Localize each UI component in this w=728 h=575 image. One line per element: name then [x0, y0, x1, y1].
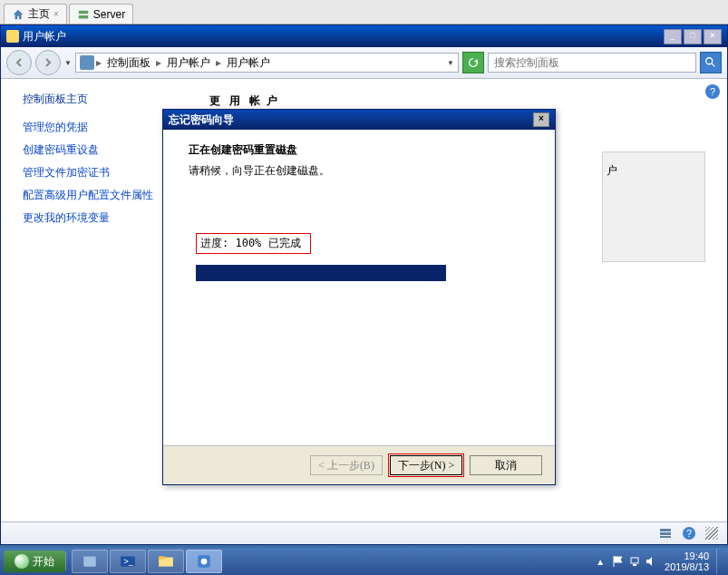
svg-rect-5 [660, 536, 671, 538]
obscured-heading: 更 用 帐 户 [209, 93, 277, 109]
clock[interactable]: 19:40 2019/8/13 [665, 551, 709, 572]
breadcrumb-dropdown[interactable]: ▼ [447, 59, 454, 67]
history-dropdown[interactable]: ▼ [64, 59, 72, 67]
system-tray: ▲ 19:40 2019/8/13 [596, 549, 724, 574]
divider [65, 552, 66, 570]
sidebar-link-env[interactable]: 更改我的环境变量 [23, 210, 168, 226]
progress-label: 进度: 100% 已完成 [196, 233, 311, 254]
separator: ▸ [216, 56, 221, 69]
svg-rect-1 [79, 15, 89, 18]
dialog-heading: 正在创建密码重置磁盘 [189, 142, 537, 158]
dialog-titlebar: 忘记密码向导 × [163, 110, 555, 130]
help-icon[interactable]: ? [705, 84, 720, 99]
sidebar-link-advanced[interactable]: 配置高级用户配置文件属性 [23, 188, 168, 203]
start-label: 开始 [33, 554, 54, 570]
home-icon [12, 8, 24, 21]
titlebar: 用户帐户 _ □ × [1, 25, 727, 47]
breadcrumb-item[interactable]: 控制面板 [103, 55, 154, 71]
volume-icon[interactable] [645, 555, 657, 568]
refresh-button[interactable] [462, 52, 484, 73]
sidebar-link-encryption[interactable]: 管理文件加密证书 [23, 165, 168, 180]
obscured-text: 户 [607, 163, 617, 179]
svg-rect-15 [631, 558, 638, 563]
next-button[interactable]: 下一步(N) > [390, 455, 462, 475]
toolbar: ▼ ▸ 控制面板 ▸ 用户帐户 ▸ 用户帐户 ▼ [1, 47, 727, 79]
taskbar-pinned-server[interactable] [72, 550, 108, 573]
server-icon [77, 8, 90, 21]
forward-button[interactable] [35, 50, 61, 75]
dialog-footer: < 上一步(B) 下一步(N) > 取消 [163, 445, 555, 484]
tray-expand-icon[interactable]: ▲ [596, 557, 605, 567]
window-close-button[interactable]: × [704, 29, 722, 44]
sidebar-link-credentials[interactable]: 管理您的凭据 [23, 120, 168, 135]
date: 2019/8/13 [665, 561, 709, 572]
breadcrumb-item[interactable]: 用户帐户 [223, 55, 274, 71]
minimize-button[interactable]: _ [664, 29, 682, 44]
svg-point-2 [706, 58, 713, 64]
wizard-dialog: 忘记密码向导 × 正在创建密码重置磁盘 请稍候，向导正在创建磁盘。 进度: 10… [162, 109, 556, 485]
taskbar-running-control-panel[interactable] [186, 550, 222, 573]
resize-grip[interactable] [705, 527, 718, 540]
svg-rect-0 [79, 10, 89, 14]
svg-rect-3 [660, 529, 671, 531]
search-button[interactable] [700, 52, 722, 73]
window-title: 用户帐户 [23, 29, 66, 44]
help-button-icon[interactable]: ? [682, 526, 696, 541]
back-button[interactable] [6, 50, 32, 75]
maximize-button[interactable]: □ [684, 29, 702, 44]
svg-text:>_: >_ [124, 557, 134, 566]
taskbar-pinned-powershell[interactable]: >_ [110, 550, 146, 573]
close-icon[interactable]: × [53, 9, 59, 19]
dialog-close-button[interactable]: × [533, 112, 549, 127]
tab-home[interactable]: 主页 × [4, 4, 67, 24]
settings-icon[interactable] [658, 526, 673, 541]
browser-tab-strip: 主页 × Server [0, 0, 728, 24]
network-icon[interactable] [628, 555, 641, 568]
show-desktop-button[interactable] [716, 549, 724, 574]
tab-server[interactable]: Server [69, 4, 133, 24]
window-icon [6, 30, 19, 43]
breadcrumb-item[interactable]: 用户帐户 [163, 55, 214, 71]
sidebar-title[interactable]: 控制面板主页 [23, 92, 168, 107]
dialog-body: 正在创建密码重置磁盘 请稍候，向导正在创建磁盘。 进度: 100% 已完成 [163, 130, 555, 445]
taskbar-pinned-explorer[interactable] [148, 550, 184, 573]
status-bar: ? [1, 521, 727, 544]
obscured-panel: 户 [602, 151, 705, 262]
taskbar: 开始 >_ ▲ 19:40 2019/8/13 [0, 548, 728, 575]
separator: ▸ [96, 56, 102, 69]
progress-bar [196, 265, 446, 281]
dialog-title: 忘记密码向导 [169, 112, 234, 128]
control-panel-icon [80, 55, 94, 70]
svg-text:?: ? [686, 528, 692, 539]
flag-icon[interactable] [612, 555, 625, 568]
dialog-text: 请稍候，向导正在创建磁盘。 [189, 163, 537, 179]
sidebar-link-reset-disk[interactable]: 创建密码重设盘 [23, 142, 168, 158]
svg-point-14 [201, 559, 208, 565]
cancel-button[interactable]: 取消 [470, 455, 542, 475]
start-orb-icon [15, 554, 29, 569]
svg-rect-12 [159, 556, 165, 559]
sidebar: 控制面板主页 管理您的凭据 创建密码重设盘 管理文件加密证书 配置高级用户配置文… [1, 79, 168, 521]
back-button: < 上一步(B) [310, 455, 383, 475]
start-button[interactable]: 开始 [4, 551, 65, 572]
tab-label: 主页 [28, 6, 50, 22]
time: 19:40 [665, 551, 709, 561]
search-box [488, 53, 696, 73]
separator: ▸ [156, 56, 161, 69]
svg-rect-4 [660, 532, 671, 535]
svg-rect-16 [633, 564, 636, 566]
breadcrumb[interactable]: ▸ 控制面板 ▸ 用户帐户 ▸ 用户帐户 ▼ [75, 53, 459, 73]
tab-label: Server [93, 8, 125, 21]
svg-rect-8 [83, 556, 96, 566]
search-input[interactable] [492, 55, 692, 70]
